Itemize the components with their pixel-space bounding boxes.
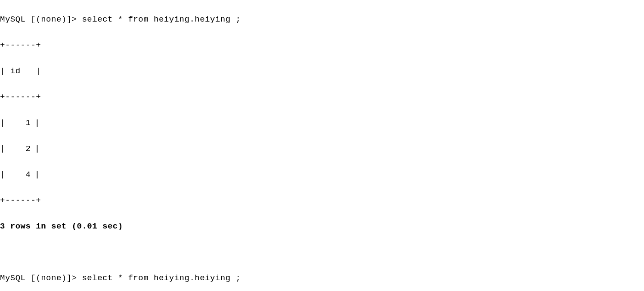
table-border: +------+ <box>0 91 644 103</box>
table-row: | 2 | <box>0 142 644 155</box>
prompt-line-2: MySQL [(none)]> select * from heiying.he… <box>0 272 644 285</box>
table-row: | 4 | <box>0 168 644 181</box>
table-row: | 1 | <box>0 116 644 129</box>
sql-command: select * from heiying.heiying ; <box>82 273 241 283</box>
prompt-line-1: MySQL [(none)]> select * from heiying.he… <box>0 13 644 26</box>
table-header: | id | <box>0 65 644 78</box>
blank-line <box>0 246 644 259</box>
query-status: 3 rows in set (0.01 sec) <box>0 220 644 233</box>
sql-command: select * from heiying.heiying ; <box>82 15 241 24</box>
table-border: +------+ <box>0 39 644 52</box>
table-border: +------+ <box>0 194 644 207</box>
terminal-output: MySQL [(none)]> select * from heiying.he… <box>0 0 644 291</box>
sql-prompt: MySQL [(none)]> <box>0 15 82 24</box>
sql-prompt: MySQL [(none)]> <box>0 273 82 283</box>
